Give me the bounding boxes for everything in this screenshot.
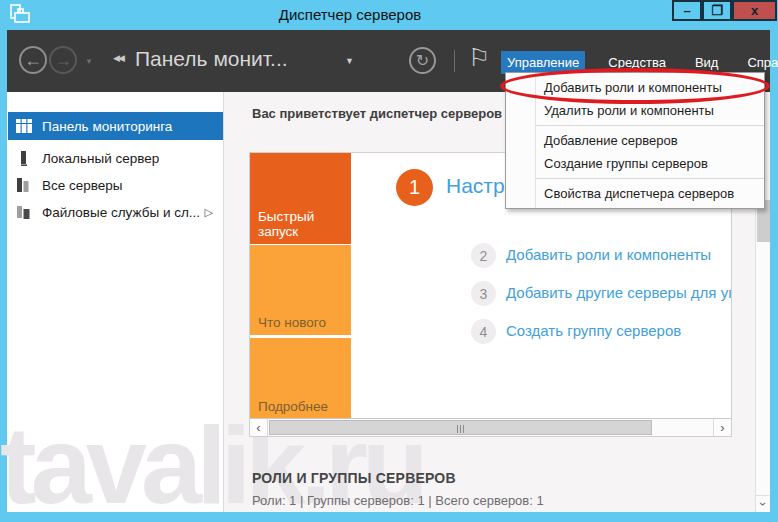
menu-gutter-line	[535, 73, 536, 208]
sidebar-divider	[223, 92, 224, 512]
file-services-icon	[16, 205, 34, 220]
step-3-link[interactable]: Добавить другие серверы для уг	[506, 284, 732, 301]
menu-separator	[536, 178, 764, 179]
roles-groups-heading: РОЛИ И ГРУППЫ СЕРВЕРОВ	[252, 470, 544, 486]
step-4-badge: 4	[471, 319, 496, 344]
titlebar: Диспетчер серверов – ❐ x	[0, 0, 778, 30]
sidebar-item-file-services[interactable]: Файловые службы и сл... ▷	[8, 198, 223, 226]
close-button[interactable]: x	[732, 0, 777, 21]
step-3-badge: 3	[471, 281, 496, 306]
roles-groups-summary: Роли: 1 | Группы серверов: 1 | Всего сер…	[252, 493, 544, 508]
tab-label: Что нового	[258, 315, 326, 330]
nav-history-caret-icon[interactable]: ▼	[85, 57, 93, 66]
tab-label: Быстрый запуск	[258, 209, 351, 239]
window-title: Диспетчер серверов	[0, 6, 700, 23]
step-4-link[interactable]: Создать группу серверов	[506, 322, 681, 339]
forward-icon[interactable]: →	[49, 46, 77, 74]
menu-separator	[536, 125, 764, 126]
back-icon[interactable]: ←	[19, 46, 47, 74]
sidebar-item-local-server[interactable]: Локальный сервер	[8, 144, 223, 172]
sidebar-item-dashboard[interactable]: Панель мониторинга	[8, 112, 223, 140]
scroll-right-icon[interactable]: ›	[713, 419, 731, 436]
welcome-heading: Вас приветствует диспетчер серверов	[252, 106, 502, 121]
sidebar-item-label: Файловые службы и сл...	[42, 205, 200, 220]
menu-view[interactable]: Вид	[689, 51, 725, 74]
breadcrumb[interactable]: Панель монит...	[135, 47, 288, 71]
menu-item-create-server-group[interactable]: Создание группы серверов	[506, 152, 764, 175]
notifications-flag-icon[interactable]: ⚐	[468, 43, 490, 72]
step-1-badge: 1	[396, 169, 433, 206]
menu-help[interactable]: Справка	[741, 51, 778, 74]
menu-item-remove-roles-features[interactable]: Удалить роли и компоненты	[506, 99, 764, 122]
menu-item-server-manager-properties[interactable]: Свойства диспетчера серверов	[506, 182, 764, 205]
step-2-badge: 2	[471, 243, 496, 268]
scrollbar-grip-icon	[457, 425, 466, 433]
breadcrumb-caret-icon[interactable]: ▼	[345, 56, 354, 66]
menu-tools[interactable]: Средства	[602, 51, 672, 74]
toolbar-divider	[454, 50, 455, 72]
sidebar-item-label: Панель мониторинга	[42, 119, 172, 134]
sidebar-item-label: Все серверы	[42, 178, 123, 193]
menubar: Управление Средства Вид Справка	[501, 51, 778, 74]
server-manager-window: Диспетчер серверов – ❐ x ← → ▼ ◀◀ Панель…	[0, 0, 778, 522]
roles-groups-section: РОЛИ И ГРУППЫ СЕРВЕРОВ Роли: 1 | Группы …	[252, 470, 544, 508]
minimize-button[interactable]: –	[672, 0, 702, 21]
local-server-icon	[16, 151, 34, 166]
tab-learn-more[interactable]: Подробнее	[250, 338, 351, 419]
step-2-link[interactable]: Добавить роли и компоненты	[506, 246, 711, 263]
horizontal-scrollbar[interactable]: ‹ ›	[250, 418, 731, 436]
maximize-button[interactable]: ❐	[702, 0, 732, 21]
dashboard-grid-icon	[16, 119, 34, 133]
sidebar-item-label: Локальный сервер	[42, 151, 159, 166]
refresh-icon[interactable]: ↻	[409, 47, 436, 74]
tab-quick-start[interactable]: Быстрый запуск	[250, 153, 351, 244]
menu-item-add-roles-features[interactable]: Добавить роли и компоненты	[506, 76, 764, 99]
scroll-left-icon[interactable]: ‹	[250, 419, 268, 436]
management-dropdown-menu: Добавить роли и компоненты Удалить роли …	[505, 72, 765, 209]
scroll-down-icon[interactable]: ›	[756, 495, 770, 512]
menu-management[interactable]: Управление	[501, 51, 585, 74]
expand-arrow-icon[interactable]: ▷	[205, 206, 213, 219]
all-servers-icon	[16, 178, 34, 193]
tab-whats-new[interactable]: Что нового	[250, 245, 351, 335]
menu-item-add-servers[interactable]: Добавление серверов	[506, 129, 764, 152]
horizontal-scrollbar-thumb[interactable]	[269, 420, 652, 435]
tab-label: Подробнее	[258, 399, 328, 414]
sidebar-item-all-servers[interactable]: Все серверы	[8, 171, 223, 199]
collapse-breadcrumb-icon[interactable]: ◀◀	[113, 53, 123, 63]
